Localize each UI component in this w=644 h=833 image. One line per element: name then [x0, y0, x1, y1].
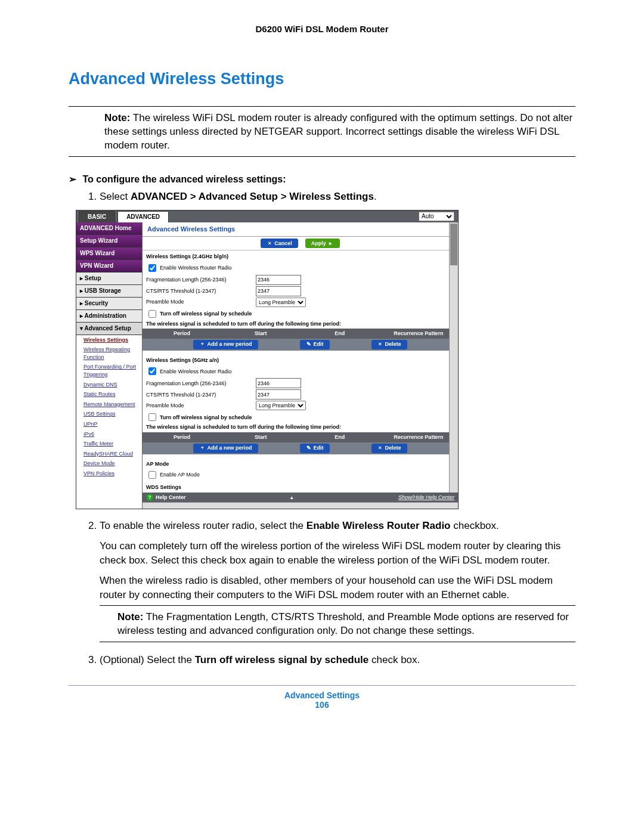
add-period-5-button[interactable]: +Add a new period: [193, 444, 258, 453]
procedure-title: To configure the advanced wireless setti…: [82, 174, 286, 184]
plus-icon: +: [199, 444, 205, 452]
sidebar-sub-vpn-policies[interactable]: VPN Policies: [76, 469, 142, 479]
cts-label-24: CTS/RTS Threshold (1-2347): [146, 287, 253, 295]
tab-bar: BASIC ADVANCED Auto: [76, 210, 458, 222]
pencil-icon: ✎: [306, 340, 312, 348]
sidebar-item-security[interactable]: ▸ Security: [76, 298, 142, 310]
edit-period-5-button[interactable]: ✎Edit: [300, 444, 330, 453]
rule-note2-bottom: [100, 642, 575, 642]
sidebar-item-adv-setup[interactable]: ▾ Advanced Setup: [76, 323, 142, 335]
note2-body: The Fragmentation Length, CTS/RTS Thresh…: [117, 611, 569, 636]
edit-period-24-button[interactable]: ✎Edit: [300, 340, 330, 349]
rule-top: [69, 106, 575, 107]
ap-mode-title: AP Mode: [143, 458, 458, 469]
sidebar-sub-traffic-meter[interactable]: Traffic Meter: [76, 439, 142, 449]
step1-post: .: [374, 191, 377, 202]
sidebar-item-vpn-wizard[interactable]: VPN Wizard: [76, 260, 142, 272]
sidebar-sub-remote-mgmt[interactable]: Remote Management: [76, 400, 142, 410]
enable-radio-5-checkbox[interactable]: Enable Wireless Router Radio: [146, 366, 232, 377]
group-5ghz-title: Wireless Settings (5GHz a/n): [143, 354, 458, 366]
sidebar-item-adv-home[interactable]: ADVANCED Home: [76, 222, 142, 235]
turnoff-5-checkbox[interactable]: Turn off wireless signal by schedule: [146, 411, 252, 423]
language-select[interactable]: Auto: [419, 212, 454, 221]
wds-title: WDS Settings: [143, 481, 458, 493]
cts-input-5[interactable]: [256, 389, 301, 400]
group-24ghz-title: Wireless Settings (2.4GHz b/g/n): [143, 250, 458, 262]
apply-button[interactable]: Apply▸: [305, 239, 340, 248]
frag-input-5[interactable]: [256, 378, 301, 388]
step3-post: check box.: [369, 654, 420, 665]
sidebar-sub-ipv6[interactable]: IPv6: [76, 429, 142, 439]
step-3: (Optional) Select the Turn off wireless …: [100, 653, 575, 667]
vertical-scrollbar[interactable]: [449, 222, 458, 493]
enable-ap-checkbox[interactable]: Enable AP Mode: [146, 469, 200, 481]
close-icon: ×: [377, 340, 383, 348]
preamble-select-24[interactable]: Long Preamble: [256, 298, 306, 307]
note2-label: Note:: [117, 611, 143, 623]
sidebar-sub-dyn-dns[interactable]: Dynamic DNS: [76, 380, 142, 390]
rule-bottom: [69, 156, 575, 157]
step1-pre: Select: [100, 191, 131, 202]
horizontal-scrollbar[interactable]: [143, 502, 458, 509]
cancel-button[interactable]: ×Cancel: [261, 239, 298, 248]
section-title: Advanced Wireless Settings: [69, 70, 575, 88]
chevron-right-icon: ▸: [328, 240, 334, 247]
delete-period-5-button[interactable]: ×Delete: [371, 444, 407, 453]
plus-icon: +: [199, 340, 205, 348]
sidebar-sub-wireless-repeating[interactable]: Wireless Repeating Function: [76, 345, 142, 362]
sched-note-5: The wireless signal is scheduled to turn…: [143, 423, 458, 432]
preamble-label-5: Preamble Mode: [146, 402, 253, 410]
procedure-heading: ➢ To configure the advanced wireless set…: [69, 174, 575, 185]
step2-bold: Enable Wireless Router Radio: [306, 520, 451, 531]
tab-basic[interactable]: BASIC: [79, 211, 115, 222]
sidebar-sub-device-mode[interactable]: Device Mode: [76, 459, 142, 469]
chevron-up-icon[interactable]: ▴: [186, 494, 398, 501]
sidebar-item-setup-wizard[interactable]: Setup Wizard: [76, 235, 142, 247]
sched-header-24: PeriodStartEndRecurrence Pattern: [143, 329, 458, 339]
cts-label-5: CTS/RTS Threshold (1-2347): [146, 391, 253, 399]
panel-title: Advanced Wireless Settings: [147, 225, 235, 234]
preamble-select-5[interactable]: Long Preamble: [256, 401, 306, 410]
sidebar-item-setup[interactable]: ▸ Setup: [76, 272, 142, 285]
close-icon: ×: [267, 240, 273, 247]
sidebar-sub-usb-settings[interactable]: USB Settings: [76, 409, 142, 419]
sched-note-24: The wireless signal is scheduled to turn…: [143, 320, 458, 329]
sidebar-sub-wireless-settings[interactable]: Wireless Settings: [76, 335, 142, 345]
help-center-label[interactable]: Help Center: [156, 494, 186, 500]
show-hide-help-link[interactable]: Show/Hide Help Center: [398, 494, 454, 501]
footer-rule: [69, 685, 575, 686]
note-body: The wireless WiFi DSL modem router is al…: [104, 112, 572, 151]
step1-path: ADVANCED > Advanced Setup > Wireless Set…: [131, 191, 374, 202]
sidebar-item-admin[interactable]: ▸ Administration: [76, 310, 142, 323]
rule-note2-top: [100, 605, 575, 606]
sidebar-sub-readyshare[interactable]: ReadySHARE Cloud: [76, 449, 142, 459]
step2-post: checkbox.: [451, 520, 499, 531]
note-block-1: Note: The wireless WiFi DSL modem router…: [104, 112, 575, 153]
delete-period-24-button[interactable]: ×Delete: [371, 340, 407, 349]
tab-advanced[interactable]: ADVANCED: [117, 211, 169, 222]
step2-para2: When the wireless radio is disabled, oth…: [100, 574, 575, 602]
sidebar-item-usb[interactable]: ▸ USB Storage: [76, 285, 142, 298]
sidebar-sub-upnp[interactable]: UPnP: [76, 419, 142, 429]
frag-input-24[interactable]: [256, 275, 301, 285]
footer-page-number: 106: [69, 700, 575, 710]
router-ui-screenshot: BASIC ADVANCED Auto ADVANCED Home Setup …: [76, 210, 459, 510]
cts-input-24[interactable]: [256, 286, 301, 296]
step2-para1: You can completely turn off the wireless…: [100, 539, 575, 568]
help-icon: ?: [146, 494, 153, 501]
sidebar-sub-static-routes[interactable]: Static Routes: [76, 389, 142, 400]
turnoff-24-checkbox[interactable]: Turn off wireless signal by schedule: [146, 308, 252, 320]
add-period-24-button[interactable]: +Add a new period: [193, 340, 258, 349]
sidebar: ADVANCED Home Setup Wizard WPS Wizard VP…: [76, 222, 143, 509]
step-2: To enable the wireless router radio, sel…: [100, 519, 575, 642]
doc-header: D6200 WiFi DSL Modem Router: [69, 24, 575, 34]
enable-radio-24-checkbox[interactable]: Enable Wireless Router Radio: [146, 262, 232, 274]
close-icon: ×: [377, 444, 383, 452]
footer-section: Advanced Settings: [69, 690, 575, 700]
auto-select[interactable]: Auto: [419, 212, 454, 221]
frag-label-5: Fragmentation Length (256-2346): [146, 380, 253, 388]
sched-header-5: PeriodStartEndRecurrence Pattern: [143, 432, 458, 442]
sidebar-sub-port-fwd[interactable]: Port Forwarding / Port Triggering: [76, 362, 142, 379]
preamble-label-24: Preamble Mode: [146, 298, 253, 306]
sidebar-item-wps-wizard[interactable]: WPS Wizard: [76, 247, 142, 260]
